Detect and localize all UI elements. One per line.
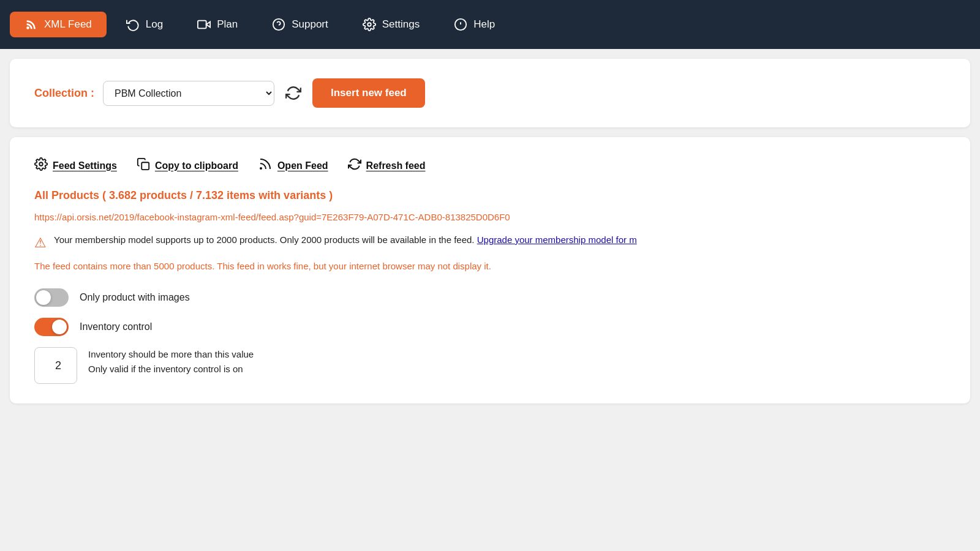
feed-url-link[interactable]: https://api.orsis.net/2019/facebook-inst…	[34, 212, 946, 222]
svg-rect-10	[141, 162, 149, 170]
feed-settings-label: Feed Settings	[53, 160, 117, 171]
nav-support-label: Support	[292, 18, 328, 31]
history-icon	[126, 18, 140, 31]
refresh-feed-icon	[348, 157, 361, 174]
nav-help-label: Help	[473, 18, 495, 31]
upgrade-link[interactable]: Upgrade your membership model for m	[477, 234, 637, 245]
feed-settings-gear-icon	[34, 157, 48, 174]
svg-marker-1	[206, 21, 210, 27]
svg-point-0	[26, 26, 29, 29]
feed-toolbar: Feed Settings Copy to clipboard Open Fee…	[34, 157, 946, 174]
refresh-feed-button[interactable]: Refresh feed	[348, 157, 426, 174]
inventory-toggle[interactable]	[34, 318, 69, 336]
nav-support[interactable]: Support	[257, 12, 343, 37]
refresh-icon	[285, 85, 301, 101]
nav-xml-feed-label: XML Feed	[44, 18, 92, 31]
nav-log[interactable]: Log	[111, 12, 178, 37]
rss-icon	[24, 18, 38, 31]
open-feed-button[interactable]: Open Feed	[258, 157, 328, 174]
copy-to-clipboard-button[interactable]: Copy to clipboard	[137, 157, 238, 174]
open-feed-label: Open Feed	[277, 160, 328, 171]
refresh-collection-button[interactable]	[283, 83, 304, 103]
collection-section: Collection : PBM Collection All Products…	[10, 59, 970, 127]
feed-section: Feed Settings Copy to clipboard Open Fee…	[10, 137, 970, 403]
inventory-desc-line2: Only valid if the inventory control is o…	[88, 362, 254, 377]
collection-row: Collection : PBM Collection All Products…	[34, 78, 946, 108]
nav-plan[interactable]: Plan	[183, 12, 252, 37]
images-toggle-track[interactable]	[34, 288, 69, 307]
inventory-toggle-track[interactable]	[34, 318, 69, 336]
copy-to-clipboard-label: Copy to clipboard	[155, 160, 238, 171]
svg-point-11	[260, 168, 262, 169]
feed-settings-button[interactable]: Feed Settings	[34, 157, 117, 174]
images-toggle-thumb	[36, 290, 51, 305]
nav-help[interactable]: Help	[439, 12, 510, 37]
open-feed-icon	[258, 157, 273, 174]
inventory-toggle-row: Inventory control	[34, 318, 946, 336]
inventory-row: Inventory should be more than this value…	[34, 347, 946, 384]
warning-icon: ⚠	[34, 235, 47, 251]
insert-new-feed-button[interactable]: Insert new feed	[312, 78, 425, 108]
help-circle-icon	[272, 18, 285, 31]
inventory-desc-line1: Inventory should be more than this value	[88, 347, 254, 362]
product-info: All Products ( 3.682 products / 7.132 it…	[34, 189, 946, 202]
inventory-value-input[interactable]	[34, 347, 77, 384]
info-icon	[454, 18, 467, 31]
note-text: The feed contains more than 5000 product…	[34, 261, 946, 271]
warning-box: ⚠ Your membership model supports up to 2…	[34, 234, 946, 251]
inventory-toggle-thumb	[52, 320, 67, 334]
nav-xml-feed[interactable]: XML Feed	[10, 12, 107, 37]
nav-log-label: Log	[146, 18, 163, 31]
images-toggle-row: Only product with images	[34, 288, 946, 307]
svg-point-5	[368, 23, 371, 26]
svg-point-9	[39, 162, 43, 166]
refresh-feed-label: Refresh feed	[366, 160, 426, 171]
warning-text: Your membership model supports up to 200…	[54, 234, 637, 245]
video-icon	[197, 18, 211, 31]
inventory-desc: Inventory should be more than this value…	[88, 347, 254, 377]
images-toggle-label: Only product with images	[80, 292, 190, 303]
nav-settings[interactable]: Settings	[348, 12, 434, 37]
inventory-toggle-label: Inventory control	[80, 321, 152, 332]
images-toggle[interactable]	[34, 288, 69, 307]
collection-select[interactable]: PBM Collection All Products Featured	[103, 81, 274, 106]
gear-icon	[363, 18, 376, 31]
svg-rect-2	[198, 21, 206, 29]
nav-plan-label: Plan	[217, 18, 238, 31]
collection-label: Collection :	[34, 87, 94, 100]
copy-icon	[137, 157, 150, 174]
navbar: XML Feed Log Plan Support	[0, 0, 980, 49]
nav-settings-label: Settings	[382, 18, 420, 31]
